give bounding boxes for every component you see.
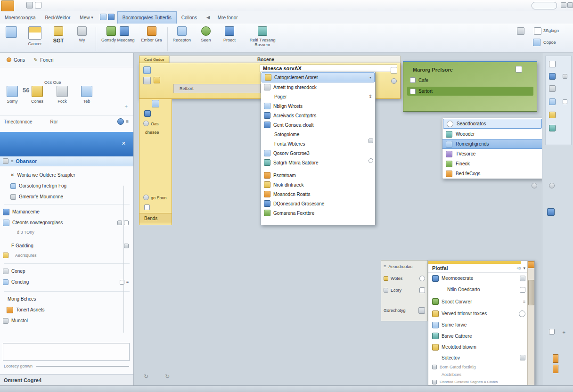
nav-item[interactable]: Tonert Asnets (0, 304, 133, 315)
dropdown-item[interactable]: Qosorv Gorcroe3 (261, 148, 375, 158)
view-icon[interactable] (534, 27, 541, 35)
ribbon-button-sgt[interactable]: SGT (50, 26, 67, 44)
quick-access-icon[interactable] (26, 2, 33, 8)
dropdown-item[interactable]: Fonta Wbteres (261, 139, 375, 148)
frame-icon[interactable] (549, 85, 556, 92)
dropdown-item[interactable]: Gomarena Foxrtbre (261, 208, 375, 218)
dropdown-item[interactable]: Sotogolome (261, 130, 375, 139)
ribbon-button-recepton[interactable]: Recepton (173, 26, 191, 42)
grid-icon[interactable] (520, 355, 525, 360)
green-row-cafe[interactable]: Cafe (410, 77, 428, 83)
prop-row[interactable]: Ntlin Ooedcarto (428, 284, 528, 295)
strip-item-label[interactable]: go Eoun (151, 196, 167, 200)
prop-row[interactable]: Verved trtlorwr toxces (428, 308, 528, 319)
subject-field[interactable]: Mnesca sorvAX (260, 65, 397, 72)
percent-icon[interactable] (549, 125, 556, 131)
ribbon-button-seen[interactable]: Seen (197, 26, 214, 42)
plus-icon[interactable]: ＋ (561, 330, 566, 335)
ring-icon[interactable] (519, 310, 525, 317)
panel-window-icon[interactable] (516, 66, 522, 73)
ribbon-button-proect[interactable]: Proect (221, 26, 238, 42)
field-row[interactable]: Wotes (381, 272, 427, 284)
nav-item[interactable]: Gmeror'e Moumonne (0, 191, 133, 202)
dropdown-item[interactable]: Moanodcn Roatts (261, 189, 375, 199)
nav-item[interactable]: Conep (0, 266, 133, 277)
envelope-icon[interactable] (143, 66, 151, 74)
ribbon-button-leftedge[interactable] (3, 26, 20, 38)
scroll-marker-icon[interactable] (368, 139, 373, 143)
dropdown-item[interactable]: Gent Gonsea cloalt (261, 120, 375, 130)
form-inset-bar[interactable]: Retbort (173, 84, 261, 93)
layout-icon[interactable] (517, 27, 524, 35)
dropdown-item[interactable]: Psotatoam (261, 171, 375, 180)
ribbon-button-wy[interactable]: Wy (74, 26, 90, 42)
module-tile-somy[interactable]: Somy (7, 86, 18, 104)
refresh-icon[interactable]: ↻ (165, 374, 170, 379)
app-icon[interactable] (1, 0, 14, 11)
mini-icon[interactable] (563, 99, 567, 104)
module-tile-teb[interactable]: Teb (81, 86, 92, 104)
close-icon[interactable]: ✕ (122, 140, 126, 147)
pane-scrollbar[interactable] (123, 186, 124, 333)
chevron-down-icon[interactable]: ▾ (523, 266, 525, 270)
add-tile-icon[interactable]: ＋ (123, 104, 129, 109)
nav-item[interactable]: F Gadding (0, 240, 133, 251)
tab-active[interactable]: Bocmorogwles Tutterfis (117, 11, 177, 24)
sync-icon[interactable] (117, 118, 124, 125)
minimize-button[interactable] (561, 2, 566, 8)
context-menu-item[interactable]: Fineok (442, 159, 542, 169)
context-menu-item[interactable]: Woooder (442, 129, 542, 139)
nav-item[interactable]: ✕ Wonta we Ouldere Sraupler (0, 170, 133, 180)
empty-list-box[interactable] (3, 343, 130, 361)
dropdown-item[interactable]: Acreivads Cordtgrtrs (261, 111, 375, 120)
nav-item[interactable]: Munctol (0, 315, 133, 326)
prop-row[interactable]: Obnrtod Gosoxwl Sagnen A Ctotks (428, 378, 528, 386)
panel-header[interactable]: Plotfal 40 ▾ (428, 264, 528, 273)
green-row-sartort[interactable]: Sartort (407, 87, 533, 96)
prop-row[interactable]: Sotectov (428, 352, 528, 363)
module-tile-fock[interactable]: Fock (57, 86, 68, 104)
form-info-icon[interactable] (391, 78, 397, 84)
canvas-marker-icon[interactable] (532, 183, 537, 188)
dropdown-item[interactable]: Sotgrh Mtnra Satdore (261, 158, 375, 167)
save-icon[interactable] (35, 2, 41, 8)
swap-icon[interactable] (520, 287, 525, 293)
field-row[interactable]: ≡ Aeoodrootac (381, 261, 427, 272)
prop-row[interactable]: Sume forwe (428, 319, 528, 330)
tab-mre-fonor[interactable]: Mre fonor (213, 11, 243, 24)
scroll-updown-icon[interactable]: ⇕ (368, 94, 372, 99)
nav-subitem[interactable]: d 3 TOny (0, 228, 133, 237)
table-icon[interactable] (549, 73, 556, 80)
lens-icon[interactable] (419, 276, 425, 281)
strip-top-icon[interactable] (152, 100, 159, 107)
pin-icon[interactable] (117, 220, 122, 225)
search-box[interactable] (532, 2, 557, 9)
nav-item[interactable]: Mong Bchces (0, 294, 133, 304)
scrollbar-top-marker[interactable] (528, 261, 534, 268)
lines-icon[interactable]: ≡ (126, 280, 129, 284)
refresh-icon[interactable]: ↻ (144, 374, 148, 379)
folder-path-row[interactable]: Tmectonnoce Ror ≡ (0, 115, 133, 127)
field-row[interactable]: Gorechotyg (381, 304, 427, 316)
menu-icon[interactable]: ≡ (126, 119, 129, 124)
prop-row[interactable]: Aoctnbces (428, 371, 528, 378)
dropdown-item[interactable]: Amett tng shreodock (261, 82, 375, 92)
strip-blue-icon[interactable] (144, 110, 151, 117)
tabbar-icon-2[interactable] (108, 14, 115, 20)
gons-button[interactable]: Gons (7, 57, 25, 63)
pane-header[interactable]: ≡ Obansor (0, 156, 133, 166)
tabbar-icon-1[interactable] (100, 14, 106, 20)
nav-item[interactable]: Mamanceme (0, 206, 133, 217)
ribbon-button-embor-gra[interactable]: Embor Gra (141, 26, 162, 42)
nav-item[interactable]: Conctng ≡ (0, 277, 133, 287)
nav-item[interactable]: Gorsotong hretrgn Fog (0, 180, 133, 191)
scrollbar-thumb[interactable] (528, 280, 534, 305)
prop-row[interactable]: Meornooecrate (428, 273, 528, 284)
tab-collons[interactable]: Collons (177, 11, 202, 24)
foneri-button[interactable]: ✎ Foneri (33, 57, 54, 63)
context-menu-item[interactable]: Romeighgrends (442, 139, 542, 149)
back-arrow-icon[interactable]: ◀ (206, 15, 210, 24)
prop-row[interactable]: Bsrve Cattrere (428, 330, 528, 342)
note-icon[interactable] (549, 112, 556, 118)
prop-row[interactable]: Bom Gatod foctktlg (428, 363, 528, 371)
